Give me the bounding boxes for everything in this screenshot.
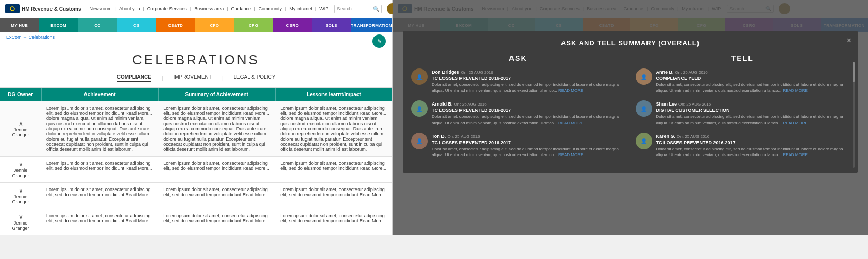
tell-read-more-2[interactable]: READ MORE <box>782 152 807 157</box>
right-panel: HM Revenue & Customs Newsroom | About yo… <box>393 0 868 235</box>
nav-wip[interactable]: WIP <box>319 6 328 11</box>
table-row: ∧Jennie GrangerLorem ipsum dolor sit ame… <box>0 101 392 157</box>
tell-item-content-1: Shun Lee On: 25 AUG 2016 DIGITAL CUSTOME… <box>656 100 850 125</box>
achievement-cell: Lorem ipsum dolor sit amet, consectetur … <box>41 157 158 183</box>
ask-avatar-1: 👤 <box>411 100 428 117</box>
col-lessons: Lessons learnt/impact <box>275 88 392 101</box>
row-toggle[interactable]: ∨ <box>5 187 36 194</box>
modal-close-button[interactable]: × <box>847 36 852 45</box>
left-nav-cc[interactable]: CC <box>78 18 117 32</box>
achievement-cell: Lorem ipsum dolor sit amet, consectetur … <box>41 183 158 209</box>
page-title: CELEBRATIONS <box>0 42 392 72</box>
ask-date-text: On: 25 AUG 2016 <box>454 102 487 107</box>
lessons-cell: Lorem ipsum dolor sit amet, consectetur … <box>275 101 392 157</box>
tell-read-more-0[interactable]: READ MORE <box>782 88 807 93</box>
summary-cell: Lorem ipsum dolor sit amet, consectetur … <box>158 157 275 183</box>
ask-item-content-2: Ton B. On: 25 AUG 2016 TC LOSSES PREVENT… <box>432 133 625 158</box>
breadcrumb: ExCom → Celebrations <box>0 32 392 42</box>
row-toggle-cell: ∧Jennie Granger <box>0 101 41 157</box>
edit-button[interactable]: ✎ <box>372 34 386 48</box>
table-row: ∨Jennie GrangerLorem ipsum dolor sit ame… <box>0 183 392 209</box>
owner-name: Jennie Granger <box>5 168 36 178</box>
ask-avatar-2: 👤 <box>411 133 428 149</box>
modal-ask-title: ASK <box>411 54 625 62</box>
tell-text: Dolor sit amet, consectetur adipiscing e… <box>656 146 850 158</box>
ask-read-more-0[interactable]: READ MORE <box>558 88 583 93</box>
achievement-cell: Lorem ipsum dolor sit amet, consectetur … <box>41 101 158 157</box>
left-color-nav: MY HUB EXCOM CC CS CS&TD CFO CPG CSRO SO… <box>0 18 392 32</box>
tab-improvement[interactable]: IMPROVEMENT <box>174 74 212 82</box>
table-row: ∨Jennie GrangerLorem ipsum dolor sit ame… <box>0 157 392 183</box>
modal-columns: ASK 👤 Don Bridges On: 25 AUG 2016 TC LOS… <box>411 54 849 165</box>
col-achievement: Achievement <box>41 88 158 101</box>
ask-text: Dolor sit amet, consectetur adipiscing e… <box>432 82 625 93</box>
tab-compliance[interactable]: COMPLIANCE <box>117 74 151 82</box>
modal-ask-column: ASK 👤 Don Bridges On: 25 AUG 2016 TC LOS… <box>411 54 625 165</box>
tell-item-content-0: Anne B. On: 25 AUG 2016 Compliance Yeld … <box>656 68 850 93</box>
nav-corporate[interactable]: Corporate Services <box>147 6 187 11</box>
ask-heading: TC LOSSES PREVENTED 2016-2017 <box>432 76 625 81</box>
left-nav-links: Newsroom | About you | Corporate Service… <box>90 6 329 11</box>
ask-read-more-1[interactable]: READ MORE <box>558 120 583 125</box>
nav-guidance[interactable]: Guidance <box>231 6 251 11</box>
owner-name: Jennie Granger <box>5 127 36 137</box>
logo-icon <box>5 4 20 13</box>
owner-name: Jennie Granger <box>5 194 36 204</box>
ask-item-name: Ton B. On: 25 AUG 2016 <box>432 133 625 139</box>
ask-date-text: On: 25 AUG 2016 <box>461 70 493 75</box>
ask-heading: TC LOSSES PREVENTED 2016-2017 <box>432 108 625 113</box>
modal-tell-title: TELL <box>636 54 850 62</box>
left-nav-cfo[interactable]: CFO <box>195 18 234 32</box>
left-content: ExCom → Celebrations ✎ CELEBRATIONS COMP… <box>0 32 392 235</box>
nav-about[interactable]: About you <box>119 6 140 11</box>
ask-item-content-1: Arnold B. On: 25 AUG 2016 TC LOSSES PREV… <box>432 100 625 125</box>
ask-item-content-0: Don Bridges On: 25 AUG 2016 TC LOSSES PR… <box>432 68 625 93</box>
ask-item: 👤 Arnold B. On: 25 AUG 2016 TC LOSSES PR… <box>411 100 625 125</box>
left-nav-cpg[interactable]: CPG <box>234 18 273 32</box>
row-toggle[interactable]: ∨ <box>5 213 36 220</box>
tell-item: 👤 Shun Lee On: 25 AUG 2016 DIGITAL CUSTO… <box>636 100 850 125</box>
ask-item-name: Don Bridges On: 25 AUG 2016 <box>432 68 625 75</box>
left-nav-sols[interactable]: SOLS <box>312 18 351 32</box>
tab-legal-policy[interactable]: LEGAL & POLICY <box>234 74 276 82</box>
row-toggle[interactable]: ∨ <box>5 161 36 168</box>
left-search-input[interactable] <box>337 6 373 11</box>
lessons-cell: Lorem ipsum dolor sit amet, consectetur … <box>275 209 392 235</box>
tell-date-text: On: 25 AUG 2016 <box>677 134 709 139</box>
ask-item: 👤 Don Bridges On: 25 AUG 2016 TC LOSSES … <box>411 68 625 93</box>
tell-name-text: Karen G. <box>656 134 676 139</box>
search-icon: 🔍 <box>373 6 379 12</box>
ask-item: 👤 Ton B. On: 25 AUG 2016 TC LOSSES PREVE… <box>411 133 625 158</box>
tell-name-text: Anne B. <box>656 70 674 75</box>
owner-name: Jennie Granger <box>5 220 36 231</box>
left-nav-cstd[interactable]: CS&TD <box>156 18 195 32</box>
left-nav-transformation[interactable]: TRANSFORMATION <box>351 18 392 32</box>
tell-date-text: On: 25 AUG 2016 <box>675 70 708 75</box>
left-nav-excom[interactable]: EXCOM <box>39 18 78 32</box>
tell-avatar-2: 👤 <box>636 133 652 149</box>
left-nav-myhub[interactable]: MY HUB <box>0 18 39 32</box>
left-search-box[interactable]: 🔍 <box>334 5 382 13</box>
nav-community[interactable]: Community <box>258 6 282 11</box>
nav-intranet[interactable]: My intranet <box>289 6 312 11</box>
left-nav-csro[interactable]: CSRO <box>273 18 312 32</box>
ask-name-text: Ton B. <box>432 134 446 139</box>
col-summary: Summary of Achievement <box>158 88 275 101</box>
tell-read-more-1[interactable]: READ MORE <box>782 120 807 125</box>
left-nav-cs[interactable]: CS <box>117 18 156 32</box>
left-logo: HM Revenue & Customs <box>5 4 81 13</box>
row-toggle[interactable]: ∧ <box>5 120 36 127</box>
row-toggle-cell: ∨Jennie Granger <box>0 209 41 235</box>
tell-item-name: Karen G. On: 25 AUG 2016 <box>656 133 850 139</box>
ask-read-more-2[interactable]: READ MORE <box>558 152 583 157</box>
summary-cell: Lorem ipsum dolor sit amet, consectetur … <box>158 209 275 235</box>
nav-newsroom[interactable]: Newsroom <box>90 6 112 11</box>
summary-cell: Lorem ipsum dolor sit amet, consectetur … <box>158 101 275 157</box>
modal-tell-column: TELL 👤 Anne B. On: 25 AUG 2016 Complianc… <box>636 54 850 165</box>
tell-text: Dolor sit amet, consectetur adipiscing e… <box>656 114 850 125</box>
nav-business[interactable]: Business area <box>194 6 224 11</box>
tell-item: 👤 Karen G. On: 25 AUG 2016 TC LOSSES PRE… <box>636 133 850 158</box>
ask-heading: TC LOSSES PREVENTED 2016-2017 <box>432 140 625 145</box>
ask-name-text: Don Bridges <box>432 70 459 75</box>
modal-scrollbar[interactable] <box>853 62 855 168</box>
